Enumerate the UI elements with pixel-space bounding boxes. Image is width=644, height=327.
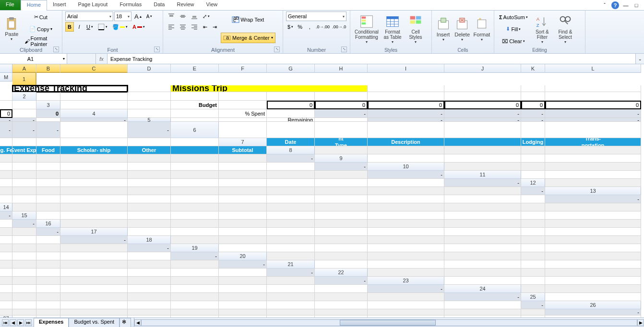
fill-color-button[interactable]: 🪣▾ [110, 22, 130, 32]
italic-button[interactable]: I [75, 22, 83, 32]
underline-button[interactable]: U▾ [84, 22, 95, 32]
tab-review[interactable]: Review [171, 0, 200, 10]
row-header-7[interactable]: 7 [219, 138, 267, 146]
sheet-nav[interactable]: ⏮ ◀ ▶ ⏭ [0, 318, 34, 327]
col-header-E[interactable]: E [171, 64, 219, 73]
scroll-left-icon[interactable]: ◀ [134, 319, 141, 326]
col-header-C[interactable]: C [60, 64, 128, 73]
col-header-J[interactable]: J [444, 64, 521, 73]
name-box[interactable]: ▾ [0, 54, 67, 64]
border-button[interactable]: ▾ [96, 22, 109, 32]
prev-sheet-icon[interactable]: ◀ [10, 319, 16, 326]
align-center-button[interactable] [178, 22, 188, 32]
tab-view[interactable]: View [201, 0, 224, 10]
row-header-3[interactable]: 3 [36, 101, 60, 109]
align-bottom-button[interactable] [189, 12, 200, 21]
col-header-M[interactable]: M [0, 73, 12, 82]
percent-button[interactable]: % [296, 22, 304, 32]
bold-button[interactable]: B [65, 22, 74, 32]
row-header-14[interactable]: 14 [0, 203, 12, 211]
row-header-18[interactable]: 18 [128, 236, 171, 244]
row-header-11[interactable]: 11 [444, 171, 521, 179]
col-header-G[interactable]: G [267, 64, 315, 73]
row-header-20[interactable]: 20 [219, 252, 267, 260]
row-header-6[interactable]: 6 [171, 122, 219, 138]
grow-font-button[interactable]: A▴ [132, 12, 143, 21]
col-header-D[interactable]: D [128, 64, 171, 73]
autosum-button[interactable]: ΣAutoSum▾ [497, 12, 530, 22]
decrease-indent-button[interactable]: ⇤ [201, 22, 209, 32]
tab-file[interactable]: File [0, 0, 21, 10]
row-header-12[interactable]: 12 [521, 179, 545, 187]
number-format-combo[interactable]: General▾ [286, 12, 346, 21]
font-name-combo[interactable]: Arial▾ [65, 12, 113, 21]
last-sheet-icon[interactable]: ⏭ [25, 319, 32, 326]
spreadsheet-grid[interactable]: ABCDEFGHIJKLM1Expense TrackingMissions T… [0, 64, 644, 317]
window-restore-icon[interactable]: □ [632, 1, 640, 9]
help-icon[interactable]: ? [611, 1, 619, 9]
conditional-formatting-button[interactable]: Conditional Formatting▾ [353, 12, 380, 47]
row-header-26[interactable]: 26 [545, 301, 641, 309]
alignment-launcher[interactable]: ⤡ [274, 47, 280, 52]
align-middle-button[interactable] [178, 12, 188, 21]
scroll-thumb[interactable] [340, 320, 436, 326]
row-header-13[interactable]: 13 [545, 187, 641, 195]
number-launcher[interactable]: ⤡ [341, 47, 347, 52]
comma-button[interactable]: , [305, 22, 314, 32]
tab-formulas[interactable]: Formulas [114, 0, 148, 10]
row-header-16[interactable]: 16 [36, 220, 60, 228]
window-minimize-icon[interactable]: — [622, 1, 630, 9]
row-header-4[interactable]: 4 [60, 109, 128, 118]
format-as-table-button[interactable]: Format as Table▾ [382, 12, 403, 47]
font-color-button[interactable]: A▾ [131, 22, 147, 32]
col-header-H[interactable]: H [315, 64, 368, 73]
row-header-25[interactable]: 25 [521, 293, 545, 301]
insert-cells-button[interactable]: Insert▾ [435, 12, 452, 47]
row-header-19[interactable]: 19 [171, 244, 219, 252]
copy-button[interactable]: 📄Copy▾ [23, 24, 59, 34]
align-top-button[interactable] [166, 12, 177, 21]
cut-button[interactable]: ✂Cut [23, 12, 59, 22]
ribbon-minimize-icon[interactable]: ˆ [601, 1, 608, 9]
tab-insert[interactable]: Insert [47, 0, 72, 10]
row-header-22[interactable]: 22 [315, 269, 368, 277]
row-header-5[interactable]: 5 [128, 118, 171, 122]
tab-data[interactable]: Data [148, 0, 171, 10]
increase-indent-button[interactable]: ⇥ [210, 22, 219, 32]
horizontal-scrollbar[interactable]: ◀ ▶ [134, 318, 644, 327]
row-header-23[interactable]: 23 [368, 277, 444, 285]
row-header-1[interactable]: 1 [12, 73, 36, 85]
decrease-decimal-button[interactable]: .00→.0 [332, 22, 347, 32]
scroll-right-icon[interactable]: ▶ [637, 319, 644, 326]
row-header-10[interactable]: 10 [368, 163, 444, 171]
currency-button[interactable]: $▾ [286, 22, 295, 32]
row-header-9[interactable]: 9 [315, 154, 368, 163]
fx-icon[interactable]: fx [96, 54, 107, 64]
format-cells-button[interactable]: Format▾ [473, 12, 491, 47]
row-header-21[interactable]: 21 [267, 260, 315, 269]
font-launcher[interactable]: ⤡ [154, 47, 160, 52]
shrink-font-button[interactable]: A▾ [144, 12, 155, 21]
sheet-tab-expenses[interactable]: Expenses [34, 318, 69, 327]
sheet-tab-budget[interactable]: Budget vs. Spent [69, 318, 119, 327]
col-header-L[interactable]: L [545, 64, 641, 73]
row-header-17[interactable]: 17 [60, 228, 128, 236]
delete-cells-button[interactable]: Delete▾ [453, 12, 471, 47]
align-right-button[interactable] [189, 22, 200, 32]
tab-page-layout[interactable]: Page Layout [72, 0, 114, 10]
find-select-button[interactable]: Find & Select▾ [555, 12, 576, 47]
col-header-F[interactable]: F [219, 64, 267, 73]
row-header-2[interactable]: 2 [12, 92, 36, 101]
expand-formula-icon[interactable]: ⌄ [635, 54, 644, 64]
row-header-8[interactable]: 8 [267, 146, 315, 154]
fill-button[interactable]: ⬇Fill▾ [497, 24, 530, 34]
sort-filter-button[interactable]: AZSort & Filter▾ [532, 12, 553, 47]
align-left-button[interactable] [166, 22, 177, 32]
first-sheet-icon[interactable]: ⏮ [2, 319, 9, 326]
paste-button[interactable]: Paste▾ [3, 12, 21, 47]
col-header-K[interactable]: K [521, 64, 545, 73]
cell-styles-button[interactable]: Cell Styles▾ [405, 12, 426, 47]
increase-decimal-button[interactable]: .0→.00 [315, 22, 330, 32]
formula-input[interactable] [107, 54, 635, 64]
next-sheet-icon[interactable]: ▶ [17, 319, 24, 326]
